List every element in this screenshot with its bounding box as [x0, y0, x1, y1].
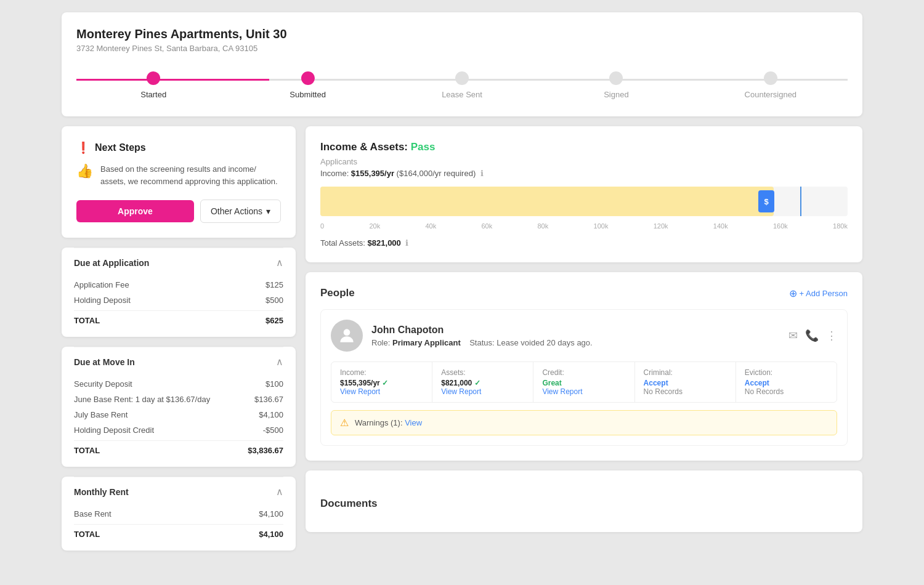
other-actions-label: Other Actions	[211, 206, 262, 216]
credit-view-report-link[interactable]: View Report	[542, 387, 625, 396]
assets-view-report-link[interactable]: View Report	[441, 387, 524, 396]
step-signed: Signed	[539, 71, 693, 99]
monthly-rent-total: TOTAL $4,100	[74, 524, 283, 542]
stat-income: Income: $155,395/yr ✓ View Report	[331, 362, 432, 402]
total-assets: Total Assets: $821,000 ℹ	[320, 238, 848, 248]
add-person-button[interactable]: ⊕ + Add Person	[789, 288, 848, 299]
due-at-move-in-total: TOTAL $3,836.67	[74, 440, 283, 458]
chevron-down-icon: ▾	[266, 206, 270, 216]
pass-badge: Pass	[411, 141, 436, 153]
stats-row: Income: $155,395/yr ✓ View Report Assets…	[331, 361, 837, 403]
step-label-signed: Signed	[604, 90, 628, 99]
warning-bar: ⚠ Warnings (1): View	[331, 410, 837, 435]
more-options-icon[interactable]: ⋮	[826, 329, 837, 342]
bar-fill: $	[320, 187, 774, 216]
step-started: Started	[76, 71, 230, 99]
bar-axis: 0 20k 40k 60k 80k 100k 120k 140k 160k 18…	[320, 222, 848, 230]
income-assets-title: Income & Assets: Pass	[320, 141, 848, 153]
applicants-label: Applicants	[320, 157, 848, 166]
line-item: Security Deposit $100	[74, 376, 283, 392]
phone-icon[interactable]: 📞	[805, 329, 819, 342]
person-meta: Role: Primary Applicant Status: Lease vo…	[371, 338, 780, 347]
chevron-up-icon-3: ∧	[276, 486, 283, 498]
due-at-application-items: Application Fee $125 Holding Deposit $50…	[74, 277, 283, 328]
approve-button[interactable]: Approve	[76, 200, 194, 222]
step-dot-countersigned	[764, 71, 777, 85]
step-dot-started	[147, 71, 160, 85]
plus-circle-icon: ⊕	[789, 288, 797, 299]
bar-required-line	[800, 187, 801, 216]
warning-view-link[interactable]: View	[405, 418, 422, 427]
step-label-submitted: Submitted	[290, 90, 326, 99]
due-at-application-header[interactable]: Due at Application ∧	[74, 248, 283, 277]
chevron-up-icon: ∧	[276, 257, 283, 268]
step-lease-sent: Lease Sent	[385, 71, 539, 99]
stat-credit: Credit: Great View Report	[533, 362, 634, 402]
alert-icon: ❗	[76, 141, 90, 155]
step-dot-lease-sent	[455, 71, 469, 85]
line-item: Holding Deposit Credit -$500	[74, 422, 283, 438]
step-dot-submitted	[301, 71, 315, 85]
line-item: Holding Deposit $500	[74, 292, 283, 308]
line-item: July Base Rent $4,100	[74, 407, 283, 422]
next-steps-description: Based on the screening results and incom…	[100, 163, 281, 187]
step-countersigned: Countersigned	[694, 71, 848, 99]
warning-text: Warnings (1): View	[355, 418, 422, 427]
due-at-application-title: Due at Application	[74, 258, 149, 268]
person-card: John Chapoton Role: Primary Applicant St…	[320, 309, 848, 446]
stat-eviction: Eviction: Accept No Records	[736, 362, 837, 402]
income-view-report-link[interactable]: View Report	[340, 387, 423, 396]
income-line: Income: $155,395/yr ($164,000/yr require…	[320, 169, 848, 178]
property-address: 3732 Monterey Pines St, Santa Barbara, C…	[76, 44, 848, 53]
next-steps-title: Next Steps	[95, 142, 146, 153]
other-actions-button[interactable]: Other Actions ▾	[200, 200, 281, 223]
documents-title: Documents	[320, 485, 848, 517]
person-name: John Chapoton	[371, 325, 780, 336]
step-dot-signed	[609, 71, 623, 85]
people-title: People	[320, 287, 355, 299]
email-icon[interactable]: ✉	[788, 329, 798, 342]
line-item: June Base Rent: 1 day at $136.67/day $13…	[74, 392, 283, 407]
due-at-move-in-header[interactable]: Due at Move In ∧	[74, 347, 283, 376]
line-item: Application Fee $125	[74, 277, 283, 292]
due-at-application-total: TOTAL $625	[74, 310, 283, 328]
income-bar-chart: $	[320, 187, 848, 216]
step-label-started: Started	[140, 90, 166, 99]
warning-icon: ⚠	[340, 417, 349, 429]
property-title: Monterey Pines Apartments, Unit 30	[76, 27, 848, 41]
step-label-lease-sent: Lease Sent	[442, 90, 482, 99]
step-label-countersigned: Countersigned	[745, 90, 797, 99]
due-at-move-in-items: Security Deposit $100 June Base Rent: 1 …	[74, 376, 283, 458]
monthly-rent-title: Monthly Rent	[74, 487, 129, 497]
chevron-up-icon-2: ∧	[276, 356, 283, 368]
bar-dollar-icon: $	[758, 190, 774, 212]
line-item: Base Rent $4,100	[74, 506, 283, 522]
svg-point-0	[344, 329, 351, 336]
monthly-rent-header[interactable]: Monthly Rent ∧	[74, 477, 283, 506]
step-submitted: Submitted	[230, 71, 384, 99]
recommend-icon: 👍	[76, 163, 93, 187]
due-at-move-in-title: Due at Move In	[74, 357, 135, 367]
stat-assets: Assets: $821,000 ✓ View Report	[432, 362, 533, 402]
monthly-rent-items: Base Rent $4,100 TOTAL $4,100	[74, 506, 283, 542]
avatar	[331, 320, 363, 352]
stat-criminal: Criminal: Accept No Records	[635, 362, 736, 402]
